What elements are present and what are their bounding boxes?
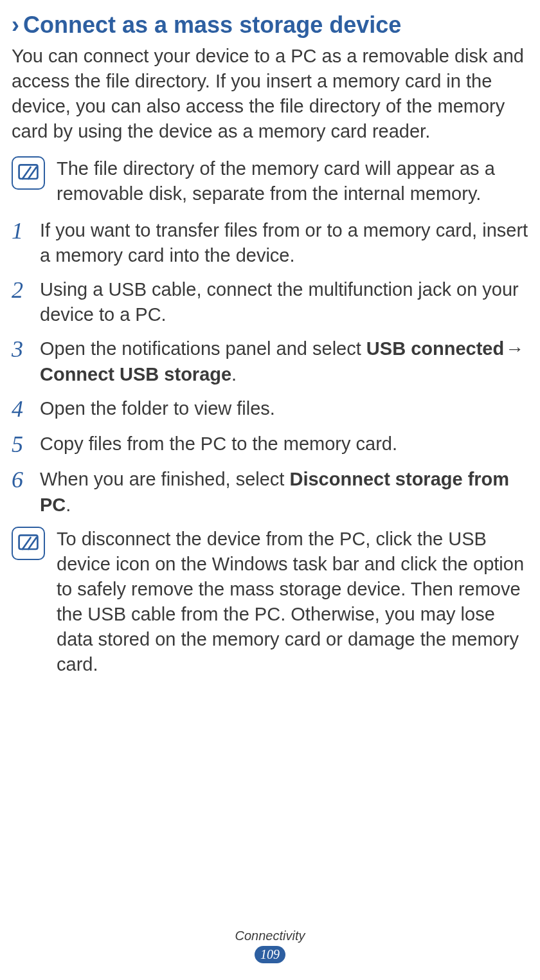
step-number: 1 xyxy=(12,218,40,244)
step-text: Open the notifications panel and select … xyxy=(40,336,528,386)
step-number: 6 xyxy=(12,467,40,493)
page-content: ›Connect as a mass storage device You ca… xyxy=(12,0,528,678)
page-number: 109 xyxy=(255,946,285,963)
note-text: The file directory of the memory card wi… xyxy=(57,156,528,206)
steps-list: 1 If you want to transfer files from or … xyxy=(12,218,528,518)
note-icon xyxy=(12,527,45,560)
intro-paragraph: You can connect your device to a PC as a… xyxy=(12,44,528,145)
note-box: To disconnect the device from the PC, cl… xyxy=(12,527,528,678)
step-text-part: . xyxy=(231,364,237,385)
step-text: When you are finished, select Disconnect… xyxy=(40,467,528,517)
step-text: Copy files from the PC to the memory car… xyxy=(40,431,528,457)
step-item: 1 If you want to transfer files from or … xyxy=(12,218,528,268)
arrow-right-icon: → xyxy=(504,336,525,361)
step-item: 6 When you are finished, select Disconne… xyxy=(12,467,528,517)
step-number: 4 xyxy=(12,396,40,422)
step-bold: Connect USB storage xyxy=(40,364,231,385)
step-text-part: . xyxy=(66,495,71,515)
note-text: To disconnect the device from the PC, cl… xyxy=(57,527,528,678)
step-bold: USB connected xyxy=(366,338,504,359)
step-number: 3 xyxy=(12,336,40,363)
page-footer: Connectivity 109 xyxy=(0,929,540,963)
step-item: 3 Open the notifications panel and selec… xyxy=(12,336,528,386)
step-text-part: When you are finished, select xyxy=(40,469,289,489)
step-item: 5 Copy files from the PC to the memory c… xyxy=(12,431,528,458)
step-text-part: Open the notifications panel and select xyxy=(40,338,366,359)
step-item: 4 Open the folder to view files. xyxy=(12,396,528,422)
footer-label: Connectivity xyxy=(0,929,540,943)
step-text: Using a USB cable, connect the multifunc… xyxy=(40,277,528,327)
section-title: ›Connect as a mass storage device xyxy=(12,12,528,39)
chevron-right-icon: › xyxy=(12,12,19,38)
step-number: 2 xyxy=(12,277,40,304)
section-title-text: Connect as a mass storage device xyxy=(23,12,401,38)
step-item: 2 Using a USB cable, connect the multifu… xyxy=(12,277,528,327)
step-text: Open the folder to view files. xyxy=(40,396,528,421)
note-box: The file directory of the memory card wi… xyxy=(12,156,528,206)
note-icon xyxy=(12,156,45,190)
step-number: 5 xyxy=(12,431,40,458)
step-text: If you want to transfer files from or to… xyxy=(40,218,528,268)
